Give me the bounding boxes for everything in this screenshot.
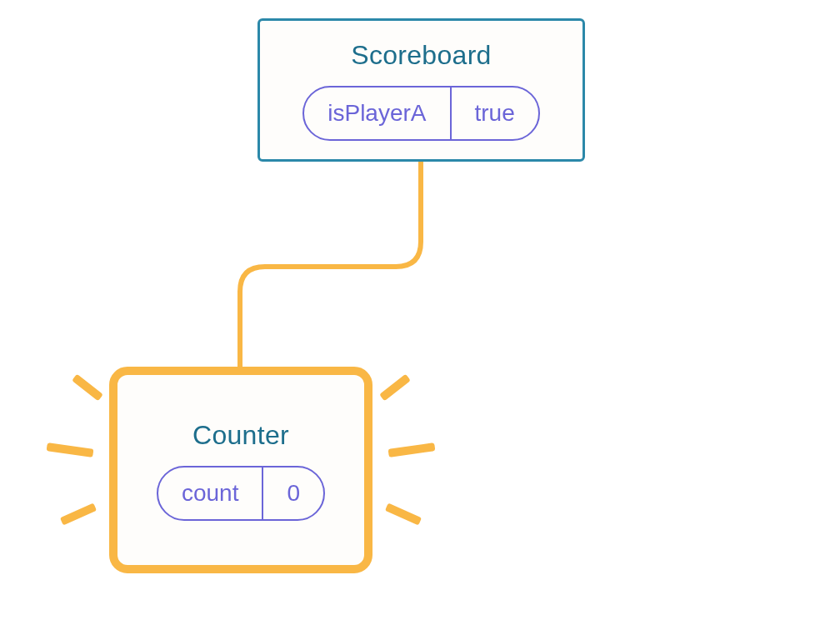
node-counter: Counter count 0	[109, 367, 372, 573]
node-scoreboard: Scoreboard isPlayerA true	[258, 18, 585, 162]
node-scoreboard-title: Scoreboard	[351, 40, 491, 71]
emphasis-spark-icon	[60, 502, 97, 525]
emphasis-spark-icon	[379, 374, 411, 402]
state-key-label: isPlayerA	[304, 88, 449, 139]
state-pill-count: count 0	[157, 466, 325, 521]
state-pill-isplayera: isPlayerA true	[302, 86, 540, 141]
state-key-label: count	[158, 468, 262, 519]
component-tree-diagram: Scoreboard isPlayerA true Counter count …	[0, 0, 840, 625]
node-counter-title: Counter	[192, 420, 289, 451]
state-value-label: true	[450, 88, 538, 139]
emphasis-spark-icon	[72, 374, 103, 402]
emphasis-spark-icon	[385, 502, 422, 525]
emphasis-spark-icon	[47, 442, 94, 458]
emphasis-spark-icon	[388, 442, 436, 458]
state-value-label: 0	[262, 468, 323, 519]
